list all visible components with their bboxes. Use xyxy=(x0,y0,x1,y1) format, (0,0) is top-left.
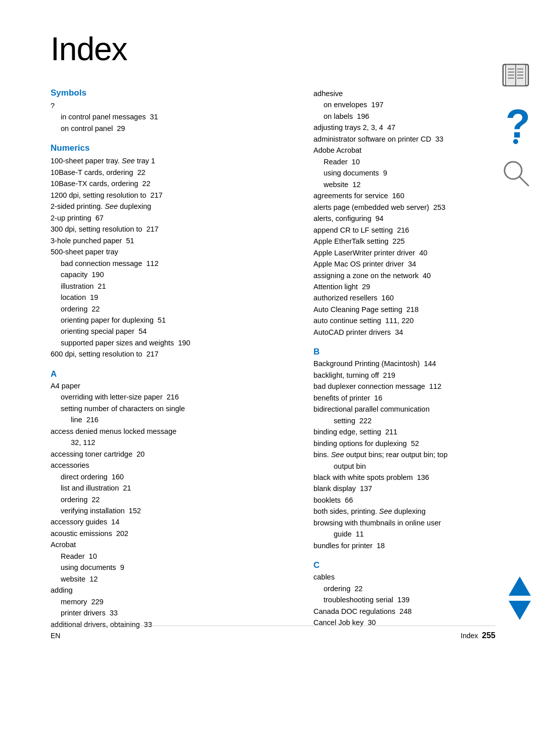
list-item: A4 paper xyxy=(51,380,293,391)
list-item: ? xyxy=(51,100,293,111)
list-item: Background Printing (Macintosh) 144 xyxy=(313,358,506,369)
list-item: ordering 22 xyxy=(313,583,506,594)
svg-point-13 xyxy=(505,162,522,179)
symbols-header: Symbols xyxy=(51,88,293,98)
list-item: Apple EtherTalk setting 225 xyxy=(313,236,506,247)
list-item: blank display 137 xyxy=(313,483,506,494)
list-item: 2-up printing 67 xyxy=(51,212,293,224)
list-item: using documents 9 xyxy=(51,562,293,573)
list-item: benefits of printer 16 xyxy=(313,392,506,404)
list-item: 32, 112 xyxy=(51,437,293,448)
svg-text:?: ? xyxy=(506,106,528,144)
right-column: adhesive on envelopes 197 on labels 196 … xyxy=(313,88,506,630)
list-item: access denied menus locked message xyxy=(51,426,293,437)
list-item: browsing with thumbnails in online user xyxy=(313,517,506,528)
list-item: 300 dpi, setting resolution to 217 xyxy=(51,224,293,235)
content-columns: Symbols ? in control panel messages 31 o… xyxy=(51,88,506,630)
list-item: on labels 196 xyxy=(313,111,506,122)
list-item: setting number of characters on single xyxy=(51,403,293,414)
list-item: accessory guides 14 xyxy=(51,516,293,527)
list-item: supported paper sizes and weights 190 xyxy=(51,337,293,348)
list-item: Attention light 29 xyxy=(313,281,506,292)
list-item: bins. See output bins; rear output bin; … xyxy=(313,449,506,460)
list-item: both sides, printing. See duplexing xyxy=(313,506,506,517)
magnifier-icon xyxy=(502,159,530,190)
list-item: alerts, configuring 94 xyxy=(313,213,506,224)
list-item: Apple LaserWriter printer driver 40 xyxy=(313,247,506,258)
list-item: using documents 9 xyxy=(313,167,506,179)
symbols-entries: ? in control panel messages 31 on contro… xyxy=(51,100,293,134)
list-item: illustration 21 xyxy=(51,281,293,292)
list-item: list and illustration 21 xyxy=(51,482,293,494)
list-item: in control panel messages 31 xyxy=(51,111,293,122)
list-item: website 12 xyxy=(51,573,293,585)
list-item: 600 dpi, setting resolution to 217 xyxy=(51,348,293,360)
list-item: 10Base-T cards, ordering 22 xyxy=(51,167,293,178)
b-header: B xyxy=(313,347,506,357)
list-item: ordering 22 xyxy=(51,494,293,505)
right-icons: ? xyxy=(500,61,531,190)
list-item: alerts page (embedded web server) 253 xyxy=(313,202,506,213)
list-item: troubleshooting serial 139 xyxy=(313,594,506,605)
list-item: capacity 190 xyxy=(51,269,293,280)
a-header: A xyxy=(51,369,293,379)
list-item: append CR to LF setting 216 xyxy=(313,225,506,236)
list-item: bad duplexer connection message 112 xyxy=(313,381,506,392)
list-item: auto continue setting 111, 220 xyxy=(313,315,506,326)
adhesive-entries: adhesive on envelopes 197 on labels 196 … xyxy=(313,88,506,338)
list-item: bidirectional parallel communication xyxy=(313,404,506,415)
list-item: Apple Mac OS printer driver 34 xyxy=(313,258,506,270)
list-item: administrator software on printer CD 33 xyxy=(313,134,506,145)
list-item: 3-hole punched paper 51 xyxy=(51,235,293,246)
numerics-entries: 100-sheet paper tray. See tray 1 10Base-… xyxy=(51,155,293,360)
footer-page: Index 255 xyxy=(461,631,495,640)
down-arrow-icon[interactable] xyxy=(509,601,531,620)
up-arrow-icon[interactable] xyxy=(509,576,531,596)
list-item: orienting special paper 54 xyxy=(51,326,293,337)
left-column: Symbols ? in control panel messages 31 o… xyxy=(51,88,293,630)
list-item: adhesive xyxy=(313,88,506,99)
footer-language: EN xyxy=(51,632,60,640)
list-item: overriding with letter-size paper 216 xyxy=(51,391,293,403)
list-item: guide 11 xyxy=(313,528,506,540)
list-item: AutoCAD printer drivers 34 xyxy=(313,327,506,338)
page-footer: EN Index 255 xyxy=(51,626,495,640)
page-title: Index xyxy=(51,30,506,68)
list-item: authorized resellers 160 xyxy=(313,292,506,303)
list-item: bad connection message 112 xyxy=(51,258,293,269)
footer-page-number: 255 xyxy=(482,631,495,640)
list-item: location 19 xyxy=(51,292,293,303)
list-item: website 12 xyxy=(313,179,506,190)
list-item: output bin xyxy=(313,461,506,472)
list-item: binding edge, setting 211 xyxy=(313,426,506,437)
list-item: verifying installation 152 xyxy=(51,505,293,516)
list-item: ordering 22 xyxy=(51,303,293,315)
list-item: agreements for service 160 xyxy=(313,190,506,201)
list-item: backlight, turning off 219 xyxy=(313,370,506,381)
list-item: accessories xyxy=(51,460,293,471)
svg-point-12 xyxy=(513,139,518,144)
book-icon xyxy=(500,61,531,91)
list-item: accessing toner cartridge 20 xyxy=(51,449,293,460)
list-item: memory 229 xyxy=(51,596,293,607)
list-item: binding options for duplexing 52 xyxy=(313,438,506,449)
list-item: line 216 xyxy=(51,414,293,425)
list-item: Adobe Acrobat xyxy=(313,145,506,156)
list-item: 1200 dpi, setting resolution to 217 xyxy=(51,190,293,201)
numerics-header: Numerics xyxy=(51,143,293,153)
list-item: acoustic emissions 202 xyxy=(51,528,293,539)
list-item: cables xyxy=(313,571,506,583)
list-item: Canada DOC regulations 248 xyxy=(313,606,506,617)
footer-label: Index xyxy=(461,632,478,640)
c-header: C xyxy=(313,560,506,570)
list-item: Reader 10 xyxy=(313,156,506,167)
list-item: Acrobat xyxy=(51,539,293,550)
list-item: assigning a zone on the network 40 xyxy=(313,270,506,281)
list-item: booklets 66 xyxy=(313,495,506,506)
list-item: direct ordering 160 xyxy=(51,471,293,482)
list-item: 10Base-TX cards, ordering 22 xyxy=(51,178,293,189)
bottom-navigation xyxy=(509,576,531,620)
svg-line-14 xyxy=(520,177,528,186)
a-entries: A4 paper overriding with letter-size pap… xyxy=(51,380,293,630)
list-item: bundles for printer 18 xyxy=(313,540,506,551)
